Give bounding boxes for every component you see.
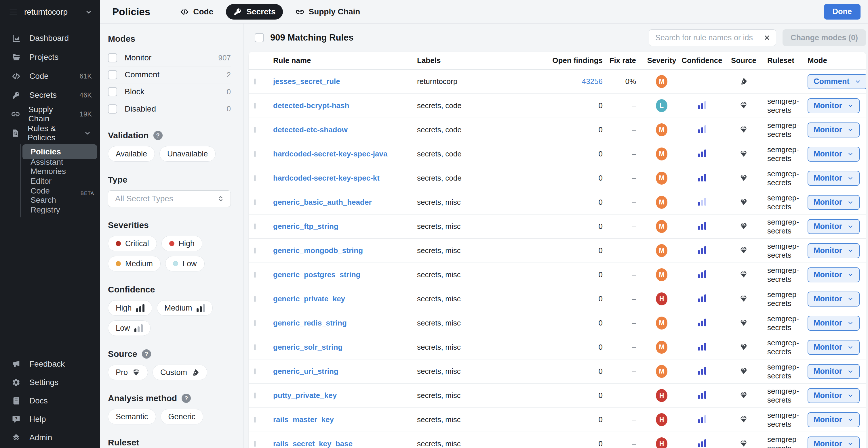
sidebar-item-rules-policies[interactable]: Rules & Policies <box>0 124 100 143</box>
mode-dropdown-button[interactable]: Monitor <box>808 267 860 282</box>
mode-dropdown-button[interactable]: Monitor <box>808 147 860 162</box>
rule-name-link[interactable]: generic_solr_string <box>273 343 342 351</box>
hamburger-menu-icon[interactable] <box>9 7 18 17</box>
sidebar-item-secrets[interactable]: Secrets46K <box>0 86 100 105</box>
mode-dropdown-button[interactable]: Monitor <box>808 388 860 403</box>
row-checkbox[interactable] <box>254 272 255 278</box>
sidebar-item-code[interactable]: Code61K <box>0 67 100 86</box>
sidebar-item-feedback[interactable]: Feedback <box>0 355 100 373</box>
rule-name-link[interactable]: generic_mongodb_string <box>273 246 363 255</box>
mode-dropdown-label: Monitor <box>814 222 842 231</box>
row-checkbox[interactable] <box>254 417 255 423</box>
mode-checkbox-monitor[interactable] <box>108 53 117 62</box>
rule-name-link[interactable]: putty_private_key <box>273 391 337 400</box>
severity-badge: M <box>656 341 668 354</box>
mode-dropdown-button[interactable]: Monitor <box>808 291 860 307</box>
row-checkbox[interactable] <box>254 248 255 253</box>
tab-supply-chain[interactable]: Supply Chain <box>288 4 368 20</box>
secret-type-select[interactable]: All Secret Types <box>108 191 231 207</box>
severity-pill-low[interactable]: Low <box>165 256 205 271</box>
mode-dropdown-button[interactable]: Monitor <box>808 437 860 448</box>
tab-code[interactable]: Code <box>173 4 221 20</box>
row-checkbox[interactable] <box>254 320 255 326</box>
sidebar-item-supply-chain[interactable]: Supply Chain19K <box>0 105 100 124</box>
rule-name-link[interactable]: generic_private_key <box>273 295 345 303</box>
sidebar-item-docs[interactable]: Docs <box>0 392 100 410</box>
help-icon[interactable]: ? <box>153 131 163 140</box>
severity-pill-high[interactable]: High <box>161 236 203 251</box>
sidebar-subitem-assistant-memories[interactable]: Assistant Memories <box>23 160 97 174</box>
analysis-pill-semantic[interactable]: Semantic <box>108 409 156 424</box>
row-checkbox[interactable] <box>254 78 255 84</box>
confidence-pill-high[interactable]: High <box>108 300 152 316</box>
mode-dropdown-button[interactable]: Monitor <box>808 98 860 113</box>
mode-dropdown-button[interactable]: Monitor <box>808 340 860 355</box>
row-checkbox[interactable] <box>254 151 255 157</box>
row-checkbox[interactable] <box>254 368 255 374</box>
row-checkbox[interactable] <box>254 103 255 109</box>
row-checkbox[interactable] <box>254 392 255 399</box>
analysis-pill-generic[interactable]: Generic <box>161 409 204 424</box>
mode-dropdown-button[interactable]: Monitor <box>808 195 860 210</box>
sidebar-subitem-registry[interactable]: Registry <box>23 203 97 217</box>
sidebar-item-projects[interactable]: Projects <box>0 48 100 67</box>
help-icon[interactable]: ? <box>142 349 151 358</box>
severity-pill-medium[interactable]: Medium <box>108 256 161 271</box>
rule-name-link[interactable]: generic_uri_string <box>273 367 338 376</box>
mode-dropdown-button[interactable]: Comment <box>808 74 866 89</box>
rule-name-link[interactable]: generic_ftp_string <box>273 222 338 231</box>
mode-dropdown-button[interactable]: Monitor <box>808 219 860 234</box>
sidebar-subitem-editor[interactable]: Editor <box>23 174 97 188</box>
rule-name-link[interactable]: generic_basic_auth_header <box>273 198 372 206</box>
row-checkbox[interactable] <box>254 199 255 205</box>
sidebar-subitem-policies[interactable]: Policies <box>23 144 97 159</box>
validation-pill-unavailable[interactable]: Unavailable <box>159 146 216 162</box>
severity-pill-critical[interactable]: Critical <box>108 236 157 251</box>
row-checkbox[interactable] <box>254 223 255 230</box>
row-checkbox[interactable] <box>254 127 255 133</box>
sidebar-item-dashboard[interactable]: Dashboard <box>0 29 100 48</box>
help-icon[interactable]: ? <box>182 394 191 403</box>
mode-label: Disabled <box>125 104 156 113</box>
rule-name-link[interactable]: rails_secret_key_base <box>273 439 352 448</box>
tab-secrets[interactable]: Secrets <box>226 4 283 20</box>
org-switcher[interactable]: returntocorp <box>0 0 100 24</box>
rule-name-link[interactable]: hardcoded-secret-key-spec-kt <box>273 174 380 182</box>
rule-search-input[interactable] <box>655 33 760 42</box>
rule-name-link[interactable]: rails_master_key <box>273 415 334 424</box>
row-checkbox[interactable] <box>254 175 255 181</box>
rule-name-link[interactable]: generic_redis_string <box>273 319 347 327</box>
clear-search-icon[interactable] <box>763 34 771 41</box>
row-checkbox[interactable] <box>254 296 255 302</box>
select-all-checkbox[interactable] <box>255 33 264 42</box>
sidebar-item-help[interactable]: ?Help <box>0 410 100 428</box>
mode-dropdown-button[interactable]: Monitor <box>808 412 860 427</box>
mode-checkbox-disabled[interactable] <box>108 104 117 113</box>
rule-name-link[interactable]: detected-etc-shadow <box>273 125 348 134</box>
confidence-pill-medium[interactable]: Medium <box>157 300 213 316</box>
source-pill-custom[interactable]: Custom <box>153 365 207 380</box>
rule-name-link[interactable]: detected-bcrypt-hash <box>273 101 349 110</box>
open-findings-value[interactable]: 43256 <box>582 77 603 86</box>
sidebar-item-admin[interactable]: Admin <box>0 428 100 447</box>
rule-name-link[interactable]: jesses_secret_rule <box>273 77 340 86</box>
mode-dropdown-button[interactable]: Monitor <box>808 123 860 137</box>
mode-checkbox-comment[interactable] <box>108 70 117 79</box>
done-button[interactable]: Done <box>824 4 861 20</box>
confidence-pill-low[interactable]: Low <box>108 320 151 336</box>
sidebar-subitem-code-search[interactable]: Code SearchBETA <box>23 188 97 202</box>
sidebar-item-settings[interactable]: Settings <box>0 373 100 392</box>
change-modes-button[interactable]: Change modes (0) <box>782 29 866 46</box>
labels-text: secrets, misc <box>417 222 461 231</box>
mode-dropdown-button[interactable]: Monitor <box>808 171 860 186</box>
rule-name-link[interactable]: generic_postgres_string <box>273 270 360 279</box>
mode-dropdown-button[interactable]: Monitor <box>808 243 860 258</box>
mode-dropdown-button[interactable]: Monitor <box>808 364 860 379</box>
mode-dropdown-button[interactable]: Monitor <box>808 316 860 331</box>
mode-checkbox-block[interactable] <box>108 87 117 96</box>
rule-name-link[interactable]: hardcoded-secret-key-spec-java <box>273 149 388 158</box>
row-checkbox[interactable] <box>254 441 255 447</box>
row-checkbox[interactable] <box>254 344 255 350</box>
source-pill-pro[interactable]: Pro <box>108 365 148 380</box>
validation-pill-available[interactable]: Available <box>108 146 155 162</box>
